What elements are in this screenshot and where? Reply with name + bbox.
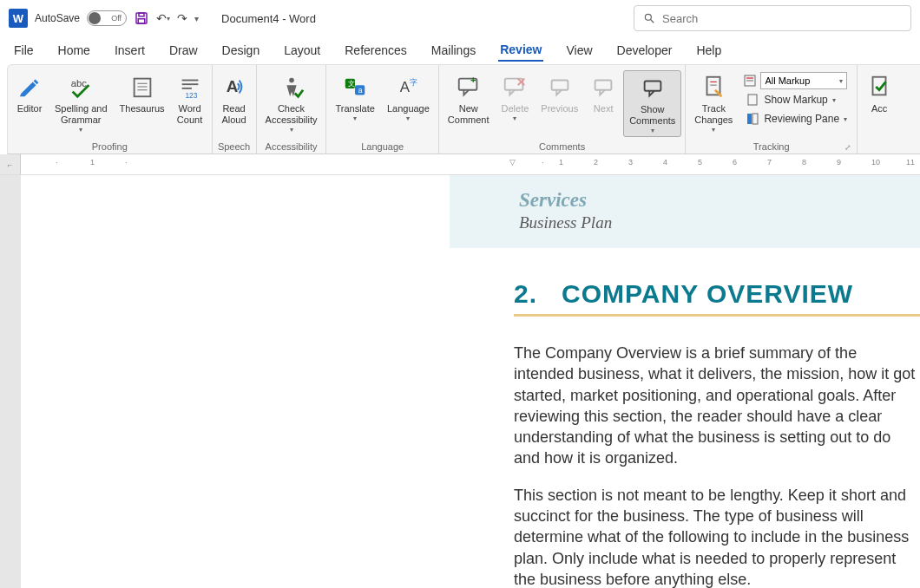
document-title: Document4 - Word <box>221 12 316 25</box>
tab-mailings[interactable]: Mailings <box>430 40 477 61</box>
readaloud-button[interactable]: A Read Aloud <box>216 70 253 127</box>
undo-button[interactable]: ↶▾ <box>156 11 170 25</box>
show-comments-button[interactable]: Show Comments▾ <box>623 70 681 137</box>
document-area: Services Business Plan 2. COMPANY OVERVI… <box>0 175 920 588</box>
page-header: Services Business Plan <box>450 175 920 248</box>
tab-draw[interactable]: Draw <box>168 40 200 61</box>
header-services: Services <box>519 189 920 212</box>
tab-help[interactable]: Help <box>694 40 723 61</box>
group-accessibility: Check Accessibility▾ Accessibility <box>257 65 327 154</box>
redo-button[interactable]: ↷ <box>177 11 187 25</box>
heading-underline <box>514 314 920 317</box>
svg-rect-27 <box>551 81 568 90</box>
svg-point-3 <box>645 14 651 20</box>
wordcount-button[interactable]: 123 Word Count <box>172 70 208 127</box>
ruler-area: ⌐ · 1 · ▽ · 1 2 3 4 5 6 7 8 9 10 11 <box>0 154 920 175</box>
check-accessibility-button[interactable]: Check Accessibility▾ <box>260 70 323 135</box>
language-button[interactable]: A字 Language▾ <box>382 70 435 124</box>
svg-text:文: 文 <box>348 79 355 88</box>
group-label-language: Language <box>330 140 434 154</box>
page-right[interactable]: Services Business Plan 2. COMPANY OVERVI… <box>450 175 920 588</box>
pane-icon <box>746 112 759 126</box>
group-proofing: Editor abc Spelling and Grammar▾ Thesaur… <box>8 65 213 154</box>
reviewing-pane-button[interactable]: Reviewing Pane▾ <box>743 110 850 127</box>
title-bar: W AutoSave Off ↶▾ ↷ ▾ Document4 - Word <box>0 0 920 36</box>
previous-comment-button[interactable]: Previous <box>536 70 583 116</box>
delete-comment-button[interactable]: Delete▾ <box>496 70 535 124</box>
horizontal-ruler[interactable]: · 1 · ▽ · 1 2 3 4 5 6 7 8 9 10 11 <box>21 154 920 174</box>
tab-developer[interactable]: Developer <box>615 40 674 61</box>
new-comment-button[interactable]: + New Comment <box>443 70 495 127</box>
group-label-accessibility: Accessibility <box>260 140 323 154</box>
track-changes-button[interactable]: Track Changes▾ <box>689 70 738 135</box>
svg-text:+: + <box>470 75 476 85</box>
markup-select[interactable]: All Markup▾ <box>760 72 847 89</box>
svg-text:abc: abc <box>71 78 88 88</box>
svg-text:123: 123 <box>185 91 197 100</box>
page-body[interactable]: 2. COMPANY OVERVIEW The Company Overview… <box>450 248 920 588</box>
page-left[interactable] <box>21 175 450 588</box>
group-label-comments: Comments <box>443 140 681 154</box>
tab-home[interactable]: Home <box>56 40 92 61</box>
editor-button[interactable]: Editor <box>11 70 48 116</box>
autosave-toggle[interactable]: Off <box>87 10 127 26</box>
svg-rect-36 <box>748 95 757 105</box>
search-input[interactable] <box>662 12 902 25</box>
svg-point-15 <box>289 78 294 83</box>
display-review-icon <box>743 74 757 88</box>
group-label-speech: Speech <box>216 140 253 154</box>
page-icon <box>746 93 759 107</box>
svg-rect-38 <box>752 114 758 124</box>
svg-rect-28 <box>595 81 612 90</box>
group-speech: A Read Aloud Speech <box>213 65 257 154</box>
tab-references[interactable]: References <box>343 40 409 61</box>
ribbon: Editor abc Spelling and Grammar▾ Thesaur… <box>7 64 920 154</box>
group-label-proofing: Proofing <box>11 140 208 154</box>
show-markup-button[interactable]: Show Markup▾ <box>743 91 850 108</box>
svg-rect-6 <box>134 79 150 97</box>
tab-view[interactable]: View <box>564 40 594 61</box>
group-language: 文a Translate▾ A字 Language▾ Language <box>326 65 438 154</box>
translate-button[interactable]: 文a Translate▾ <box>330 70 379 124</box>
next-comment-button[interactable]: Next <box>585 70 621 116</box>
group-label-tracking: Tracking⤢ <box>689 140 853 154</box>
tab-design[interactable]: Design <box>220 40 262 61</box>
ruler-corner: ⌐ <box>0 154 21 174</box>
tab-file[interactable]: File <box>12 40 36 61</box>
accept-button[interactable]: Acc <box>861 70 897 116</box>
tab-insert[interactable]: Insert <box>113 40 147 61</box>
menu-bar: File Home Insert Draw Design Layout Refe… <box>0 36 920 64</box>
tab-review[interactable]: Review <box>498 39 543 62</box>
paragraph-2: This section is not meant to be lengthy.… <box>514 485 920 588</box>
svg-rect-37 <box>747 114 752 124</box>
svg-text:a: a <box>358 86 363 95</box>
svg-rect-2 <box>138 19 145 23</box>
svg-rect-29 <box>644 82 660 91</box>
save-icon[interactable] <box>134 10 149 26</box>
group-comments: + New Comment Delete▾ Previous Next Show… <box>439 65 686 154</box>
group-cutoff: Acc <box>858 65 901 154</box>
paragraph-1: The Company Overview is a brief summary … <box>514 343 920 469</box>
heading-2: 2. COMPANY OVERVIEW <box>514 279 920 309</box>
group-tracking: Track Changes▾ All Markup▾ Show Markup▾ … <box>686 65 858 154</box>
word-app-icon: W <box>9 9 28 28</box>
qat-customize-icon[interactable]: ▾ <box>194 14 199 23</box>
svg-text:A: A <box>226 77 238 95</box>
tab-layout[interactable]: Layout <box>282 40 322 61</box>
svg-text:字: 字 <box>410 78 417 87</box>
autosave-label: AutoSave <box>35 12 80 24</box>
svg-text:A: A <box>400 79 411 95</box>
svg-rect-1 <box>139 13 144 16</box>
thesaurus-button[interactable]: Thesaurus <box>115 70 170 116</box>
spelling-button[interactable]: abc Spelling and Grammar▾ <box>49 70 113 135</box>
search-icon <box>643 12 655 24</box>
dialog-launcher-icon[interactable]: ⤢ <box>844 143 851 152</box>
header-subtitle: Business Plan <box>519 213 920 232</box>
search-box[interactable] <box>634 5 911 31</box>
svg-line-4 <box>651 20 654 23</box>
